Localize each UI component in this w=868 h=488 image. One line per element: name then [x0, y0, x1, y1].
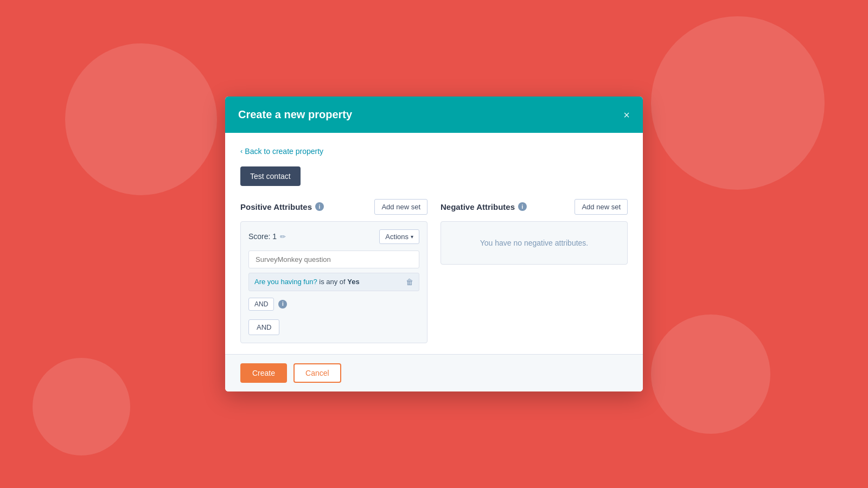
cancel-button[interactable]: Cancel	[293, 363, 341, 383]
actions-dropdown-arrow: ▾	[411, 234, 413, 240]
positive-attributes-column: Positive Attributes i Add new set Score:…	[240, 199, 427, 343]
filter-text-before: Are you having fun?	[254, 278, 317, 286]
positive-add-new-set-button[interactable]: Add new set	[374, 199, 427, 215]
bg-decoration-2	[33, 358, 130, 455]
positive-attributes-info-icon[interactable]: i	[315, 202, 324, 211]
actions-button[interactable]: Actions ▾	[379, 229, 419, 244]
negative-attributes-title: Negative Attributes i	[441, 202, 527, 211]
back-link[interactable]: ‹ Back to create property	[240, 147, 323, 156]
modal-body: ‹ Back to create property Test contact P…	[225, 133, 643, 354]
negative-attributes-header: Negative Attributes i Add new set	[441, 199, 628, 215]
positive-attributes-header: Positive Attributes i Add new set	[240, 199, 427, 215]
modal-title: Create a new property	[238, 108, 352, 121]
negative-attributes-empty: You have no negative attributes.	[441, 221, 628, 265]
score-label: Score: 1 ✏	[248, 232, 286, 241]
back-link-text: Back to create property	[245, 147, 323, 156]
back-chevron-icon: ‹	[240, 147, 242, 155]
filter-delete-icon[interactable]: 🗑	[406, 278, 413, 286]
negative-attributes-info-icon[interactable]: i	[518, 202, 527, 211]
and-outer-button[interactable]: AND	[248, 319, 279, 335]
bg-decoration-1	[65, 43, 217, 195]
attributes-row: Positive Attributes i Add new set Score:…	[240, 199, 628, 343]
and-inner-row: AND i	[248, 296, 419, 313]
create-button[interactable]: Create	[240, 363, 287, 383]
modal-close-button[interactable]: ×	[623, 110, 630, 120]
filter-value: Yes	[347, 278, 359, 286]
create-property-modal: Create a new property × ‹ Back to create…	[225, 97, 643, 391]
negative-add-new-set-button[interactable]: Add new set	[575, 199, 628, 215]
bg-decoration-3	[651, 16, 825, 190]
modal-footer: Create Cancel	[225, 354, 643, 391]
edit-icon[interactable]: ✏	[280, 233, 286, 241]
positive-attributes-title: Positive Attributes i	[240, 202, 324, 211]
surveymonkey-search-input[interactable]	[248, 251, 419, 268]
test-contact-button[interactable]: Test contact	[240, 166, 301, 186]
filter-row: Are you having fun? is any of Yes 🗑	[248, 273, 419, 291]
actions-label: Actions	[385, 233, 409, 241]
negative-attributes-column: Negative Attributes i Add new set You ha…	[441, 199, 628, 343]
filter-text: Are you having fun? is any of Yes	[254, 278, 360, 286]
and-inner-button[interactable]: AND	[248, 298, 274, 311]
score-card: Score: 1 ✏ Actions ▾ Are you having	[240, 221, 427, 343]
bg-decoration-4	[651, 314, 770, 434]
modal-header: Create a new property ×	[225, 97, 643, 133]
score-card-header: Score: 1 ✏ Actions ▾	[248, 229, 419, 244]
and-info-icon[interactable]: i	[278, 300, 287, 309]
negative-empty-message: You have no negative attributes.	[480, 239, 589, 247]
filter-text-middle: is any of	[317, 278, 348, 286]
